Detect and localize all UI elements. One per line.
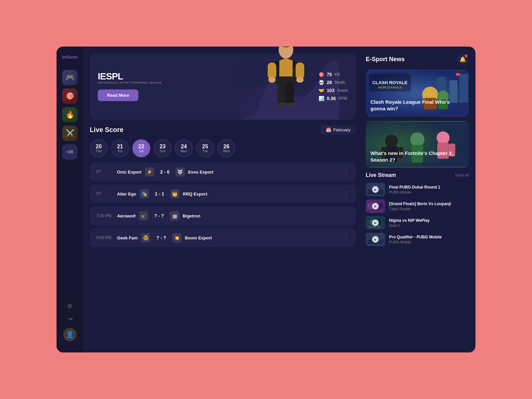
svg-point-17 bbox=[286, 103, 296, 107]
calendar-icon: 📅 bbox=[326, 127, 331, 132]
match-4-teams: Geek Fam 🤓 ? - ? 💥 Boom Esport bbox=[117, 233, 339, 242]
sidebar-bottom: ⚙ ⇥ 👤 bbox=[63, 303, 76, 344]
date-25[interactable]: 25 Tue bbox=[196, 139, 214, 157]
date-23[interactable]: 23 Sun bbox=[154, 139, 172, 157]
date-26-num: 26 bbox=[223, 144, 229, 150]
date-24[interactable]: 24 Mon bbox=[175, 139, 193, 157]
sidebar-item-freefire[interactable]: 🔥 bbox=[62, 107, 77, 122]
news-panel-header: E-Sport News 🔔 bbox=[366, 53, 469, 65]
fortnite-card-bg: What's new in Fortnite's Chapter 2, Seas… bbox=[366, 121, 469, 168]
date-20-num: 20 bbox=[96, 144, 102, 150]
kpm-value: 0.36 bbox=[327, 96, 336, 101]
sidebar-more-badge[interactable]: +20 bbox=[62, 144, 77, 160]
match-1-teams: Onic Esport ⚡ 2 - 0 🐺 Evos Esport bbox=[117, 167, 339, 177]
match-4-team1: Geek Fam bbox=[117, 235, 138, 240]
sidebar-item-pubg[interactable]: 🎮 bbox=[62, 70, 77, 85]
month-button[interactable]: 📅 February bbox=[321, 125, 356, 135]
play-icon-cr1: ▶ bbox=[372, 203, 379, 209]
kpm-icon: 📊 bbox=[319, 96, 324, 101]
user-avatar[interactable]: 👤 bbox=[63, 328, 76, 341]
play-icon-pubg1: ▶ bbox=[372, 186, 379, 193]
match-3-team1: Aerowolf bbox=[117, 213, 136, 218]
league-sub: Indonesia E Sport Premiere League bbox=[98, 81, 162, 84]
svg-rect-10 bbox=[296, 63, 304, 79]
match-1-time: FT bbox=[96, 170, 113, 174]
svg-text:WORLD FINALS: WORLD FINALS bbox=[378, 85, 402, 89]
svg-point-12 bbox=[296, 77, 304, 83]
stream-thumb-dota1: NIGMA NiP ▶ bbox=[366, 216, 385, 229]
aov-icon: ⚔️ bbox=[62, 126, 77, 141]
clash-card-title: Clash Royale League Final Who's gonna wi… bbox=[370, 99, 464, 112]
app-container: inGame 🎮 🎯 🔥 ⚔️ +20 ⚙ ⇥ 👤 bbox=[57, 47, 475, 352]
logo-accent: in bbox=[62, 55, 66, 60]
match-1-team2: Evos Esport bbox=[188, 170, 213, 175]
sidebar-item-cod[interactable]: 🎯 bbox=[62, 88, 77, 104]
date-25-num: 25 bbox=[202, 144, 208, 150]
date-26[interactable]: 26 Wed bbox=[217, 139, 235, 157]
match-4-more[interactable]: ⋮ bbox=[343, 234, 349, 241]
svg-rect-29 bbox=[456, 73, 460, 76]
view-all-button[interactable]: View all bbox=[455, 173, 469, 178]
stream-thumb-pubg2: ▶ bbox=[366, 233, 385, 246]
match-3-score: ? - ? bbox=[154, 213, 164, 218]
hero-stats: 🎯 75 Kill 💀 28 Death 🤝 103 Assist 📊 0.36 bbox=[319, 72, 348, 101]
date-22[interactable]: 22 Sat bbox=[132, 139, 150, 157]
stream-header: Live Stream View all bbox=[366, 172, 469, 178]
read-more-button[interactable]: Read More bbox=[98, 89, 138, 101]
sidebar-games: 🎮 🎯 🔥 ⚔️ +20 bbox=[62, 70, 77, 303]
death-icon: 💀 bbox=[319, 80, 324, 85]
stream-name-cr1: [Grand Finals] Berin Vs Loupanji bbox=[389, 201, 469, 207]
kill-icon: 🎯 bbox=[319, 72, 324, 77]
match-3-more[interactable]: ⋮ bbox=[343, 212, 349, 219]
stream-item-pubg1[interactable]: ▶ Final PUBG Dubai Round 1 PUBG Mobile bbox=[366, 183, 469, 196]
stream-item-pubg2[interactable]: ▶ Pro Qualifier - PUBG Mobile PUBG Mobil… bbox=[366, 233, 469, 246]
stream-info-cr1: [Grand Finals] Berin Vs Loupanji Clash R… bbox=[389, 201, 469, 211]
match-row: FT Onic Esport ⚡ 2 - 0 🐺 Evos Esport ⋮ bbox=[90, 163, 356, 181]
date-26-day: Wed bbox=[223, 149, 230, 153]
stream-game-pubg1: PUBG Mobile bbox=[389, 190, 469, 194]
clash-card-bg: CLASH ROYALE WORLD FINALS Clash Royale L… bbox=[366, 70, 469, 116]
play-icon-pubg2: ▶ bbox=[372, 236, 379, 243]
stream-game-cr1: Clash Royale bbox=[389, 207, 469, 211]
match-1-team1: Onic Esport bbox=[117, 170, 142, 175]
notification-button[interactable]: 🔔 bbox=[457, 53, 469, 65]
news-card-fortnite[interactable]: What's new in Fortnite's Chapter 2, Seas… bbox=[366, 121, 469, 168]
date-20[interactable]: 20 Thu bbox=[90, 139, 108, 157]
match-row: 6:00 PM Geek Fam 🤓 ? - ? 💥 Boom Esport ⋮ bbox=[90, 228, 356, 247]
league-name: IESPL bbox=[98, 72, 162, 81]
notification-dot bbox=[465, 55, 467, 57]
stream-game-dota1: Dota 2 bbox=[389, 223, 469, 227]
news-card-clash[interactable]: CLASH ROYALE WORLD FINALS Clash Royale L… bbox=[366, 70, 469, 116]
live-score-title: Live Score bbox=[90, 126, 123, 134]
svg-point-11 bbox=[268, 77, 276, 83]
kill-label: Kill bbox=[334, 72, 340, 77]
fortnite-card-title: What's new in Fortnite's Chapter 2, Seas… bbox=[370, 150, 464, 163]
svg-point-16 bbox=[277, 103, 286, 107]
date-21-day: Fri bbox=[118, 149, 122, 153]
settings-icon[interactable]: ⚙ bbox=[67, 303, 72, 310]
svg-rect-21 bbox=[459, 74, 468, 103]
sidebar-item-aov[interactable]: ⚔️ bbox=[62, 126, 77, 141]
cod-icon: 🎯 bbox=[62, 88, 77, 104]
stream-item-cr1[interactable]: ▶ [Grand Finals] Berin Vs Loupanji Clash… bbox=[366, 200, 469, 213]
stream-item-dota1[interactable]: NIGMA NiP ▶ Nigma vs NiP WePlay Dota 2 bbox=[366, 216, 469, 229]
match-row: FT Alter Ego 🎭 1 - 1 👑 RRQ Esport ⋮ bbox=[90, 185, 356, 203]
svg-text:NiP: NiP bbox=[377, 226, 381, 228]
logout-icon[interactable]: ⇥ bbox=[67, 315, 72, 323]
date-24-day: Mon bbox=[181, 149, 187, 153]
date-21[interactable]: 21 Fri bbox=[111, 139, 129, 157]
match-1-logo2: 🐺 bbox=[176, 167, 185, 177]
stream-info-pubg1: Final PUBG Dubai Round 1 PUBG Mobile bbox=[389, 185, 469, 194]
kpm-label: KPM bbox=[338, 96, 347, 101]
date-24-num: 24 bbox=[181, 144, 187, 150]
svg-point-31 bbox=[385, 135, 398, 148]
live-score-section: Live Score 📅 February 20 Thu 21 Fri 22 bbox=[90, 125, 356, 247]
match-1-more[interactable]: ⋮ bbox=[343, 168, 349, 176]
svg-text:NIGMA: NIGMA bbox=[368, 226, 376, 228]
match-4-logo2: 💥 bbox=[172, 233, 182, 242]
stream-name-pubg1: Final PUBG Dubai Round 1 bbox=[389, 185, 469, 190]
sidebar-logo: inGame bbox=[62, 55, 78, 60]
match-2-more[interactable]: ⋮ bbox=[343, 190, 349, 198]
right-panel: E-Sport News 🔔 bbox=[362, 47, 475, 352]
match-3-logo2: 🤖 bbox=[170, 211, 179, 220]
